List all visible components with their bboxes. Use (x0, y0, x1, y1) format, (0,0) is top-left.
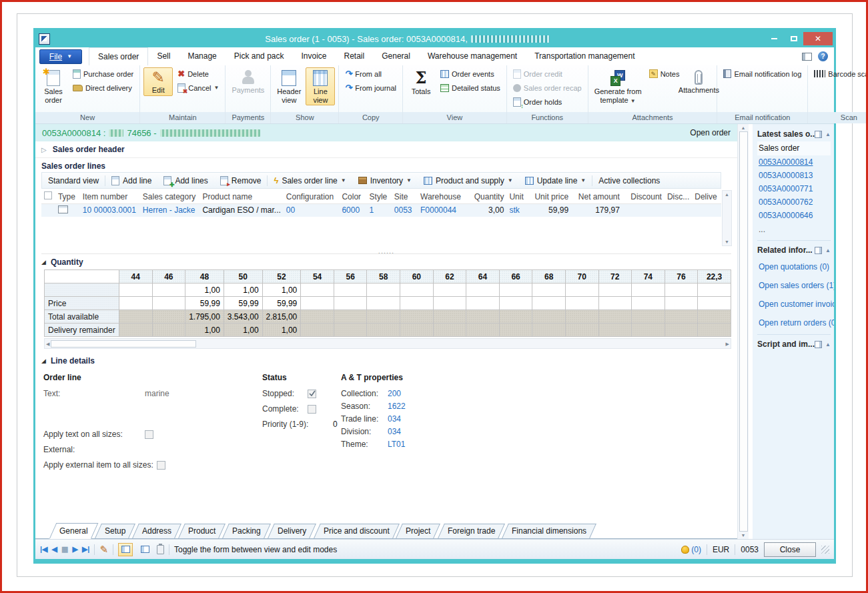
resize-grip[interactable] (821, 546, 829, 554)
ribbon-tab[interactable]: Sell (148, 47, 179, 65)
grid-column-header[interactable]: Unit (506, 190, 528, 203)
next-record-icon[interactable]: ▶ (72, 545, 77, 554)
previous-record-icon[interactable]: ◀ (52, 545, 57, 554)
popout-icon[interactable] (815, 341, 822, 348)
matrix-cell[interactable] (499, 324, 532, 337)
close-button[interactable]: ✕ (803, 32, 833, 45)
matrix-cell[interactable] (466, 297, 500, 310)
detailed-status-button[interactable]: Detailed status (438, 81, 503, 94)
more-link[interactable]: ... (757, 222, 831, 238)
grid-column-header[interactable]: Quantity (466, 190, 506, 203)
line-details-title[interactable]: ◢ Line details (35, 353, 737, 367)
layout-icon[interactable] (802, 53, 812, 61)
matrix-horizontal-scrollbar[interactable]: ◀ ▶ (44, 338, 731, 349)
grid-cell[interactable]: 00 (284, 203, 340, 217)
matrix-cell[interactable] (152, 310, 185, 324)
matrix-cell[interactable] (433, 283, 466, 297)
ribbon-tab[interactable]: Retail (336, 47, 374, 65)
grid-column-header[interactable]: Unit price (528, 190, 571, 203)
matrix-cell[interactable] (152, 324, 185, 337)
matrix-cell[interactable] (532, 283, 566, 297)
grid-column-header[interactable]: Style (367, 190, 392, 203)
matrix-cell[interactable] (499, 310, 532, 324)
main-vertical-scrollbar[interactable]: ▲ ▼ (737, 124, 749, 539)
matrix-cell[interactable] (400, 324, 434, 337)
matrix-cell[interactable] (698, 310, 731, 324)
quantity-section-title[interactable]: ◢ Quantity (35, 254, 737, 268)
fact-panel-link[interactable]: 0053A0000814 (757, 155, 831, 169)
matrix-cell[interactable] (598, 310, 632, 324)
grid-cell[interactable] (692, 203, 721, 217)
fact-panel-selected-item[interactable]: Sales order (757, 141, 831, 155)
line-details-tab[interactable]: Product (178, 524, 226, 538)
matrix-cell[interactable]: 59,99 (185, 297, 224, 310)
line-details-tab[interactable]: Financial dimensions (502, 524, 596, 538)
stopped-checkbox[interactable] (308, 390, 316, 398)
matrix-cell[interactable] (565, 297, 598, 310)
matrix-cell[interactable] (466, 283, 500, 297)
matrix-cell[interactable] (367, 283, 400, 297)
grid-cell[interactable]: Cardigan ESO / mar... (199, 203, 283, 217)
update-line-menu[interactable]: Update line▼ (519, 173, 592, 188)
attachments-button[interactable]: Attachments (684, 67, 713, 96)
sales-order-button[interactable]: ✱ Sales order (39, 67, 68, 105)
fact-panel-link[interactable]: 0053A0000771 (757, 182, 831, 195)
matrix-cell[interactable] (499, 297, 532, 310)
line-details-tab[interactable]: Price and discount (314, 524, 400, 538)
matrix-cell[interactable]: 3.543,00 (224, 310, 262, 324)
matrix-cell[interactable] (632, 310, 665, 324)
totals-button[interactable]: Σ Totals (406, 67, 436, 97)
matrix-cell[interactable] (532, 324, 566, 337)
line-details-tab[interactable]: Foreign trade (438, 524, 505, 538)
grid-cell[interactable]: 3,00 (466, 203, 506, 217)
script-header[interactable]: Script and im... ▲ (757, 338, 831, 352)
line-details-tab[interactable]: Delivery (268, 524, 316, 538)
grid-cell[interactable] (665, 203, 692, 217)
apply-text-checkbox[interactable] (145, 430, 153, 439)
matrix-cell[interactable] (698, 324, 731, 337)
active-collections-button[interactable]: Active collections (592, 173, 666, 188)
matrix-cell[interactable]: 59,99 (262, 297, 301, 310)
matrix-cell[interactable]: 1,00 (224, 324, 262, 337)
grid-column-header[interactable]: Configuration (284, 190, 340, 203)
matrix-cell[interactable] (665, 283, 698, 297)
grid-cell[interactable] (622, 203, 665, 217)
matrix-cell[interactable] (565, 310, 598, 324)
order-holds-button[interactable]: ↕ Order holds (510, 95, 584, 108)
matrix-cell[interactable] (466, 310, 500, 324)
matrix-cell[interactable] (119, 310, 152, 324)
matrix-cell[interactable] (301, 283, 334, 297)
records-grid-icon[interactable]: ▦ (61, 545, 68, 554)
matrix-cell[interactable] (301, 310, 334, 324)
matrix-cell[interactable] (565, 283, 598, 297)
barcode-scanner-button[interactable]: Barcode scanner (811, 67, 868, 80)
matrix-cell[interactable] (367, 324, 400, 337)
purchase-order-button[interactable]: Purchase order (70, 67, 136, 80)
delete-button[interactable]: ✖ Delete (175, 67, 222, 80)
matrix-cell[interactable] (334, 324, 367, 337)
at-property-value[interactable]: LT01 (388, 440, 405, 449)
matrix-cell[interactable] (499, 283, 532, 297)
fact-panel-link[interactable]: 0053A0000646 (757, 209, 831, 222)
grid-column-header[interactable]: Item number (80, 190, 140, 203)
currency-indicator[interactable]: EUR (713, 545, 729, 554)
matrix-cell[interactable]: 1,00 (262, 283, 301, 297)
add-lines-button[interactable]: ✚Add lines (157, 173, 213, 188)
matrix-cell[interactable] (698, 297, 731, 310)
grid-cell[interactable]: Herren - Jacke (140, 203, 200, 217)
popout-icon[interactable] (815, 247, 822, 254)
company-indicator[interactable]: 0053 (741, 545, 759, 554)
order-events-button[interactable]: Order events (438, 67, 503, 80)
grid-cell[interactable]: 6000 (339, 203, 366, 217)
product-and-supply-menu[interactable]: Product and supply▼ (418, 173, 519, 188)
matrix-cell[interactable] (665, 297, 698, 310)
matrix-cell[interactable] (152, 297, 185, 310)
matrix-cell[interactable]: 1,00 (185, 283, 224, 297)
matrix-cell[interactable] (632, 324, 665, 337)
matrix-cell[interactable] (598, 283, 632, 297)
matrix-cell[interactable]: 2.815,00 (262, 310, 301, 324)
matrix-cell[interactable] (665, 310, 698, 324)
ribbon-tab[interactable]: Pick and pack (226, 47, 293, 65)
row-select-cell[interactable] (41, 203, 55, 217)
at-property-value[interactable]: 034 (388, 414, 401, 424)
